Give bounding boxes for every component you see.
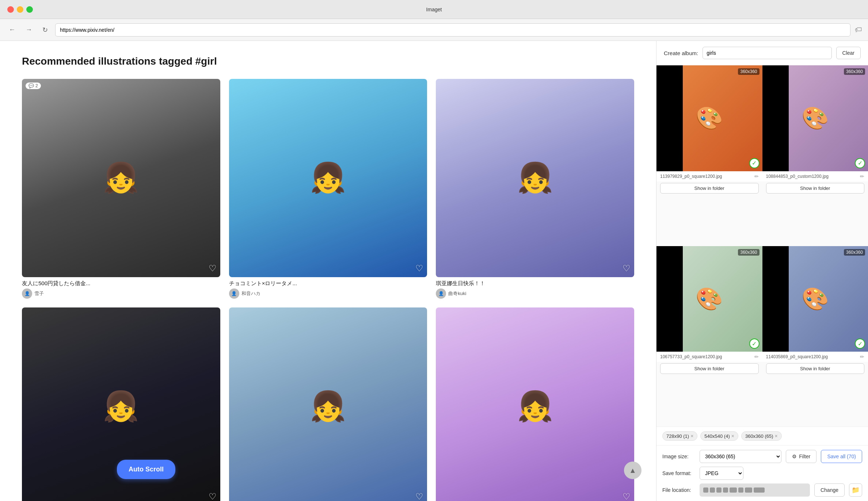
show-in-folder-button[interactable]: Show in folder — [660, 183, 759, 194]
browser-panel: Recommended illustrations tagged #girl 👧… — [0, 41, 656, 501]
titlebar: Imaget — [0, 0, 868, 19]
show-in-folder-button[interactable]: Show in folder — [766, 183, 865, 194]
page-heading: Recommended illustrations tagged #girl — [22, 56, 634, 67]
tag-chip: 360x360 (65) × — [741, 431, 782, 441]
tag-remove-button[interactable]: × — [775, 433, 778, 439]
bookmark-icon[interactable]: 🏷 — [855, 26, 862, 34]
image-filename: 108844853_p0_custom1200.jpg — [766, 174, 858, 179]
avatar: 👤 — [436, 288, 446, 299]
image-dimensions-badge: 360x360 — [844, 249, 865, 256]
show-in-folder-button[interactable]: Show in folder — [660, 363, 759, 374]
filter-button[interactable]: ⚙ Filter — [786, 450, 816, 463]
image-filename: 114035869_p0_square1200.jpg — [766, 354, 858, 359]
refresh-button[interactable]: ↻ — [39, 24, 51, 35]
check-badge: ✓ — [749, 339, 760, 349]
check-badge: ✓ — [855, 158, 865, 168]
image-dimensions-badge: 360x360 — [738, 249, 759, 256]
image-name-row: 108844853_p0_custom1200.jpg ✏ — [762, 171, 868, 181]
file-location-row: File location: Change 📁 — [662, 483, 862, 497]
save-format-select[interactable]: JPEG PNG WEBP — [700, 467, 743, 480]
edit-icon[interactable]: ✏ — [860, 173, 864, 179]
file-location-label: File location: — [662, 487, 695, 493]
image-size-row: Image size: 360x360 (65) 540x540 (4) 728… — [662, 450, 862, 463]
clear-button[interactable]: Clear — [836, 47, 861, 59]
edit-icon[interactable]: ✏ — [754, 354, 759, 360]
favorite-button[interactable]: ♡ — [623, 263, 631, 274]
path-segment — [716, 487, 722, 493]
save-all-button[interactable]: Save all (70) — [821, 450, 862, 463]
image-size-select[interactable]: 360x360 (65) 540x540 (4) 728x90 (1) — [700, 450, 781, 463]
auto-scroll-button[interactable]: Auto Scroll — [117, 460, 175, 479]
image-name-row: 113979829_p0_square1200.jpg ✏ — [656, 171, 762, 181]
folder-icon: 📁 — [852, 486, 860, 494]
comment-badge: 💬 2 — [26, 83, 41, 89]
titlebar-buttons — [7, 6, 33, 13]
list-item[interactable]: 👧 ♡ 琪亚娜生日快乐！！ 👤 曲奇kuki — [436, 79, 634, 299]
tag-chip: 540x540 (4) × — [700, 431, 738, 441]
path-segment — [754, 487, 765, 493]
favorite-button[interactable]: ♡ — [623, 492, 631, 501]
illust-title: 友人に500円貸したら借金... — [22, 280, 220, 287]
album-header: Create album: Clear — [656, 41, 868, 65]
path-segment — [723, 487, 728, 493]
favorite-button[interactable]: ♡ — [209, 492, 217, 501]
favorite-button[interactable]: ♡ — [415, 492, 423, 501]
tags-row: 728x90 (1) × 540x540 (4) × 360x360 (65) … — [656, 427, 868, 445]
sidebar-panel: Create album: Clear 🎨 360x360 ✓ 11397982… — [656, 41, 868, 501]
tag-remove-button[interactable]: × — [690, 433, 693, 439]
path-segment — [745, 487, 752, 493]
edit-icon[interactable]: ✏ — [860, 354, 864, 360]
avatar: 👤 — [229, 288, 239, 299]
sidebar-images-grid: 🎨 360x360 ✓ 113979829_p0_square1200.jpg … — [656, 65, 868, 427]
path-segment — [738, 487, 743, 493]
show-in-folder-button[interactable]: Show in folder — [766, 363, 865, 374]
image-filename: 113979829_p0_square1200.jpg — [660, 174, 752, 179]
image-dimensions-badge: 360x360 — [844, 68, 865, 75]
edit-icon[interactable]: ✏ — [754, 173, 759, 179]
close-button[interactable] — [7, 6, 14, 13]
illustrations-grid: 👧 💬 2 ♡ 友人に500円貸したら借金... 👤 雪子 👧 ♡ — [22, 79, 634, 501]
path-segment — [710, 487, 715, 493]
open-folder-button[interactable]: 📁 — [849, 483, 862, 497]
illust-author: 👤 曲奇kuki — [436, 288, 634, 299]
maximize-button[interactable] — [26, 6, 33, 13]
save-format-row: Save format: JPEG PNG WEBP — [662, 467, 862, 480]
filter-icon: ⚙ — [792, 454, 797, 459]
file-location-path — [700, 483, 810, 497]
avatar: 👤 — [22, 288, 32, 299]
favorite-button[interactable]: ♡ — [415, 263, 423, 274]
illust-author: 👤 雪子 — [22, 288, 220, 299]
list-item[interactable]: 👧 ♡ 20231207 👤 中华漫 — [436, 307, 634, 501]
sidebar-image-card: 🎨 360x360 ✓ 106757733_p0_square1200.jpg … — [656, 246, 762, 427]
scroll-up-button[interactable]: ▲ — [624, 462, 642, 479]
tag-chip: 728x90 (1) × — [662, 431, 697, 441]
browser-toolbar: ← → ↻ 🏷 — [0, 19, 868, 41]
minimize-button[interactable] — [17, 6, 23, 13]
url-input[interactable] — [55, 23, 850, 37]
save-format-label: Save format: — [662, 470, 695, 476]
image-dimensions-badge: 360x360 — [738, 68, 759, 75]
app-title: Imaget — [426, 7, 442, 12]
illust-title: チョコミント×ロリータメ... — [229, 280, 427, 287]
change-location-button[interactable]: Change — [814, 483, 845, 497]
illust-author: 👤 和音ハカ — [229, 288, 427, 299]
image-name-row: 114035869_p0_square1200.jpg ✏ — [762, 352, 868, 362]
main-area: Recommended illustrations tagged #girl 👧… — [0, 41, 868, 501]
list-item[interactable]: 👧 💬 2 ♡ 友人に500円貸したら借金... 👤 雪子 — [22, 79, 220, 299]
illust-title: 琪亚娜生日快乐！！ — [436, 280, 634, 287]
album-label: Create album: — [664, 50, 698, 56]
sidebar-image-card: 🎨 360x360 ✓ 108844853_p0_custom1200.jpg … — [762, 65, 868, 246]
list-item[interactable]: 👧 ♡ . 👤 GIN — [229, 307, 427, 501]
favorite-button[interactable]: ♡ — [209, 263, 217, 274]
image-filename: 106757733_p0_square1200.jpg — [660, 354, 752, 359]
image-size-label: Image size: — [662, 454, 695, 459]
check-badge: ✓ — [749, 158, 760, 168]
forward-button[interactable]: → — [23, 24, 35, 35]
path-segment — [703, 487, 708, 493]
album-name-input[interactable] — [703, 47, 831, 59]
list-item[interactable]: 👧 ♡ チョコミント×ロリータメ... 👤 和音ハカ — [229, 79, 427, 299]
sidebar-image-card: 🎨 360x360 ✓ 113979829_p0_square1200.jpg … — [656, 65, 762, 246]
tag-remove-button[interactable]: × — [731, 433, 734, 439]
back-button[interactable]: ← — [6, 24, 18, 35]
image-name-row: 106757733_p0_square1200.jpg ✏ — [656, 352, 762, 362]
